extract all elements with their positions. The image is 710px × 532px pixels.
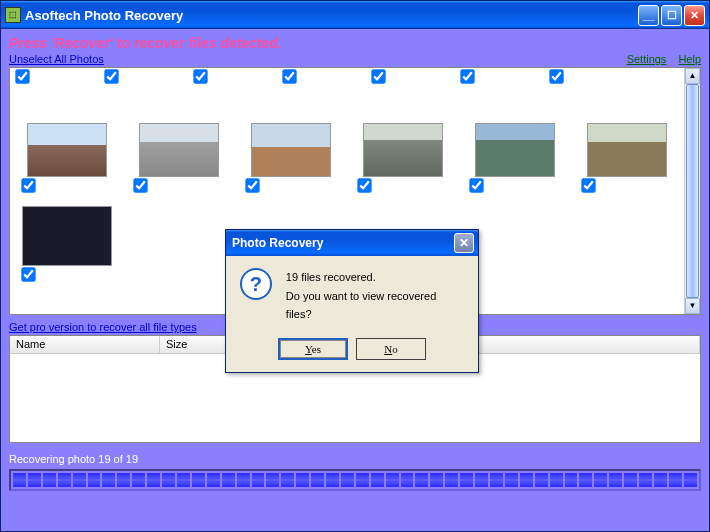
unselect-all-link[interactable]: Unselect All Photos [9,53,104,65]
thumbnail-row-1 [12,83,682,196]
column-name[interactable]: Name [10,336,160,353]
progress-segment [13,473,26,487]
progress-segment [341,473,354,487]
progress-segment [311,473,324,487]
help-link[interactable]: Help [678,53,701,65]
dialog-titlebar[interactable]: Photo Recovery ✕ [226,230,478,256]
progress-segment [266,473,279,487]
yes-button[interactable]: Yes [278,338,348,360]
progress-segment [252,473,265,487]
photo-checkbox[interactable] [469,178,483,192]
photo-thumbnail[interactable] [251,123,331,177]
photo-checkbox[interactable] [581,178,595,192]
thumb-cell [580,123,674,192]
progress-segment [117,473,130,487]
no-button[interactable]: No [356,338,426,360]
thumb-cell [132,123,226,192]
progress-segment [460,473,473,487]
progress-segment [88,473,101,487]
progress-segment [520,473,533,487]
progress-segment [222,473,235,487]
progress-segment [177,473,190,487]
maximize-button[interactable]: ☐ [661,5,682,26]
row-check-6[interactable] [460,69,474,83]
close-button[interactable]: ✕ [684,5,705,26]
gallery-scrollbar[interactable]: ▲ ▼ [684,68,700,314]
minimize-button[interactable]: __ [638,5,659,26]
progress-segment [490,473,503,487]
scroll-up-arrow[interactable]: ▲ [685,68,700,84]
row-check-4[interactable] [282,69,296,83]
scroll-down-arrow[interactable]: ▼ [685,298,700,314]
app-icon: ⬚ [5,7,21,23]
dialog-title: Photo Recovery [230,236,454,250]
progress-segment [550,473,563,487]
column-blank [460,336,700,353]
question-icon: ? [240,268,272,300]
progress-segment [356,473,369,487]
progress-segment [579,473,592,487]
link-row: Unselect All Photos Settings Help [9,53,701,65]
progress-segment [43,473,56,487]
progress-segment [207,473,220,487]
row-check-1[interactable] [15,69,29,83]
photo-thumbnail[interactable] [139,123,219,177]
titlebar[interactable]: ⬚ Asoftech Photo Recovery __ ☐ ✕ [1,1,709,29]
progress-segment [162,473,175,487]
window-title: Asoftech Photo Recovery [25,8,636,23]
progress-bar [9,469,701,491]
progress-segment [445,473,458,487]
progress-segment [609,473,622,487]
progress-segment [654,473,667,487]
photo-thumbnail[interactable] [475,123,555,177]
thumb-cell [20,206,114,281]
row-check-7[interactable] [549,69,563,83]
progress-segment [415,473,428,487]
dialog-message: 19 files recovered. Do you want to view … [286,268,464,324]
photo-checkbox[interactable] [357,178,371,192]
thumb-cell [20,123,114,192]
progress-segment [326,473,339,487]
thumb-cell [468,123,562,192]
progress-segment [371,473,384,487]
dialog-body: ? 19 files recovered. Do you want to vie… [226,256,478,372]
photo-checkbox[interactable] [21,178,35,192]
progress-segment [102,473,115,487]
progress-segment [401,473,414,487]
scroll-thumb[interactable] [686,84,699,298]
photo-thumbnail[interactable] [363,123,443,177]
progress-segment [594,473,607,487]
dialog-close-button[interactable]: ✕ [454,233,474,253]
photo-checkbox[interactable] [245,178,259,192]
progress-segment [475,473,488,487]
photo-thumbnail[interactable] [587,123,667,177]
progress-segment [58,473,71,487]
settings-link[interactable]: Settings [627,53,667,65]
progress-segment [565,473,578,487]
instruction-text: Press 'Recover' to recover files detecte… [9,35,701,51]
dialog-line2: Do you want to view recovered files? [286,287,464,324]
row-check-3[interactable] [193,69,207,83]
progress-segment [669,473,682,487]
photo-checkbox[interactable] [133,178,147,192]
thumb-cell [244,123,338,192]
progress-segment [132,473,145,487]
recovery-dialog: Photo Recovery ✕ ? 19 files recovered. D… [225,229,479,373]
thumb-cell [356,123,450,192]
photo-checkbox[interactable] [21,267,35,281]
top-checkbox-row [12,70,682,83]
photo-thumbnail[interactable] [22,206,112,266]
progress-segment [237,473,250,487]
client-area: Press 'Recover' to recover files detecte… [1,29,709,531]
pro-version-link[interactable]: Get pro version to recover all file type… [9,321,197,333]
progress-segment [73,473,86,487]
photo-thumbnail[interactable] [27,123,107,177]
row-check-2[interactable] [104,69,118,83]
progress-segment [28,473,41,487]
scroll-track[interactable] [685,84,700,298]
row-check-5[interactable] [371,69,385,83]
progress-segment [684,473,697,487]
progress-segment [281,473,294,487]
progress-segment [624,473,637,487]
main-window: ⬚ Asoftech Photo Recovery __ ☐ ✕ Press '… [0,0,710,532]
